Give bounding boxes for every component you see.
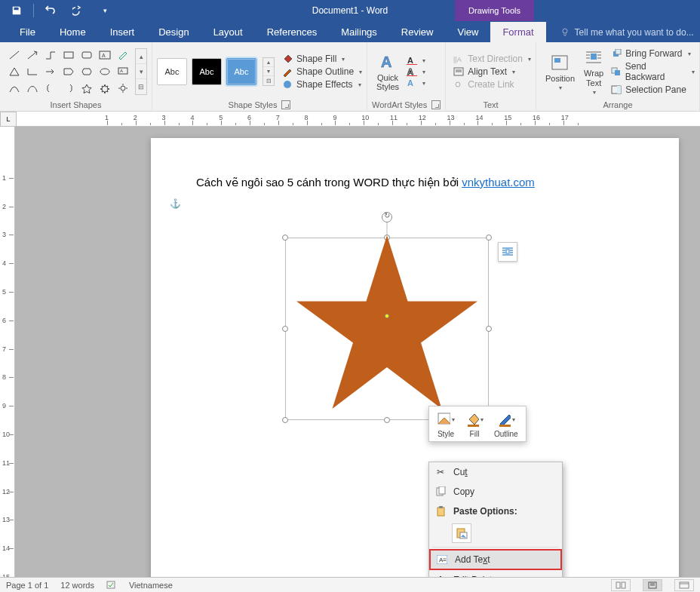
shape-textbox-icon[interactable]: A <box>97 48 113 63</box>
svg-point-10 <box>121 86 125 90</box>
shape-sun-icon[interactable] <box>115 81 131 96</box>
shape-selection[interactable] <box>285 238 489 420</box>
shape-freeform-icon[interactable] <box>24 81 41 96</box>
tab-view[interactable]: View <box>445 22 490 42</box>
shape-outline-button[interactable]: Shape Outline▾ <box>282 66 362 77</box>
redo-button[interactable] <box>67 1 88 20</box>
selection-pane-button[interactable]: Selection Pane <box>611 84 695 95</box>
resize-handle[interactable] <box>486 326 492 332</box>
shape-star2-icon[interactable] <box>97 81 113 96</box>
mini-outline-button[interactable]: ▾ Outline <box>494 411 518 438</box>
document-text[interactable]: Cách vẽ ngôi sao 5 cánh trong WORD thực … <box>196 176 634 189</box>
shape-curve-icon[interactable] <box>6 81 23 96</box>
resize-handle[interactable] <box>486 235 492 241</box>
undo-button[interactable] <box>40 1 61 20</box>
contextual-tab-label: Drawing Tools <box>455 0 534 21</box>
shape-oval-icon[interactable] <box>97 64 113 79</box>
shape-line-icon[interactable] <box>6 48 23 63</box>
text-effects-button[interactable]: A▾ <box>407 78 425 87</box>
document-link[interactable]: vnkythuat.com <box>462 176 535 189</box>
view-read-mode[interactable] <box>611 579 631 591</box>
tab-references[interactable]: References <box>255 22 329 42</box>
shape-arrow2-icon[interactable] <box>42 64 59 79</box>
style-swatch-2[interactable]: Abc <box>192 58 222 85</box>
tell-me-search[interactable]: Tell me what you want to do... <box>561 23 694 42</box>
document-workspace[interactable]: 123456789101112131415 Cách vẽ ngôi sao 5… <box>0 127 700 577</box>
shape-callout-icon[interactable]: A <box>115 64 131 79</box>
star-shape[interactable] <box>289 230 485 421</box>
svg-line-2 <box>28 52 36 59</box>
quick-styles-button[interactable]: A Quick Styles <box>372 52 404 91</box>
position-button[interactable]: Position▾ <box>541 53 579 91</box>
send-backward-button[interactable]: Send Backward▾ <box>611 61 695 82</box>
shape-hexagon-icon[interactable] <box>78 64 95 79</box>
wrap-text-button[interactable]: Wrap Text▾ <box>579 48 608 95</box>
style-swatch-3[interactable]: Abc <box>226 58 256 85</box>
tab-design[interactable]: Design <box>146 22 201 42</box>
mini-fill-button[interactable]: ▾ Fill <box>465 411 484 438</box>
tab-format[interactable]: Format <box>490 22 545 42</box>
proofing-icon[interactable] <box>106 580 117 590</box>
dialog-launcher-icon[interactable] <box>281 100 290 109</box>
shape-elbow-icon[interactable] <box>42 48 59 63</box>
layout-options-button[interactable] <box>498 242 517 262</box>
page[interactable]: Cách vẽ ngôi sao 5 cánh trong WORD thực … <box>151 138 679 592</box>
tab-file[interactable]: File <box>8 22 48 42</box>
create-link-button[interactable]: Create Link <box>453 79 531 90</box>
save-button[interactable] <box>6 1 27 20</box>
style-swatch-1[interactable]: Abc <box>157 58 187 85</box>
status-page[interactable]: Page 1 of 1 <box>6 581 48 590</box>
tab-mailings[interactable]: Mailings <box>329 22 389 42</box>
shape-style-gallery[interactable]: Abc Abc Abc ▴▾⊟ <box>157 57 275 86</box>
send-backward-icon <box>611 67 622 76</box>
ctx-add-text[interactable]: A≡Add Text <box>429 549 562 570</box>
status-language[interactable]: Vietnamese <box>129 581 173 590</box>
shape-brace2-icon[interactable] <box>60 81 77 96</box>
ctx-copy[interactable]: Copy <box>429 482 562 502</box>
rotate-handle[interactable] <box>382 212 392 222</box>
shape-roundrect-icon[interactable] <box>78 48 95 63</box>
tab-review[interactable]: Review <box>389 22 446 42</box>
shape-brace-icon[interactable] <box>42 81 59 96</box>
shape-effects-button[interactable]: Shape Effects▾ <box>282 79 362 90</box>
tab-layout[interactable]: Layout <box>201 22 255 42</box>
shape-star-icon[interactable] <box>78 81 95 96</box>
view-web-layout[interactable] <box>674 579 694 591</box>
tab-home[interactable]: Home <box>48 22 98 42</box>
resize-handle[interactable] <box>282 417 288 423</box>
shape-arrow-icon[interactable] <box>24 48 41 63</box>
text-fill-button[interactable]: A▾ <box>407 56 425 65</box>
ctx-cut[interactable]: ✂Cut <box>429 462 562 482</box>
shapes-gallery[interactable]: A A <box>5 46 133 97</box>
shape-rect-icon[interactable] <box>60 48 77 63</box>
adjust-handle[interactable] <box>385 314 389 318</box>
shape-triangle-icon[interactable] <box>6 64 23 79</box>
style-gallery-scroll[interactable]: ▴▾⊟ <box>262 57 275 86</box>
paste-picture-button[interactable] <box>452 523 471 543</box>
status-words[interactable]: 12 words <box>60 581 94 590</box>
svg-text:A: A <box>407 56 413 65</box>
shape-edit-icon[interactable] <box>115 48 131 63</box>
vertical-ruler[interactable]: 123456789101112131415 <box>0 127 15 577</box>
qat-customize[interactable]: ▾ <box>94 1 115 20</box>
quick-access-toolbar: ▾ <box>0 1 115 20</box>
svg-rect-14 <box>407 64 417 65</box>
tab-insert[interactable]: Insert <box>98 22 147 42</box>
ruler-corner[interactable]: L <box>0 112 17 127</box>
text-outline-icon: A <box>407 67 417 76</box>
view-print-layout[interactable] <box>643 579 662 591</box>
resize-handle[interactable] <box>282 235 288 241</box>
mini-style-button[interactable]: ▾ Style <box>437 411 455 438</box>
text-outline-button[interactable]: A▾ <box>407 67 425 76</box>
dialog-launcher-icon[interactable] <box>431 100 441 109</box>
shape-elbow2-icon[interactable] <box>24 64 41 79</box>
bring-forward-button[interactable]: Bring Forward▾ <box>611 48 695 59</box>
shapes-gallery-scroll[interactable]: ▴▾⊟ <box>135 48 147 95</box>
shape-pentagon-icon[interactable] <box>60 64 77 79</box>
resize-handle[interactable] <box>282 326 288 332</box>
shape-fill-button[interactable]: Shape Fill▾ <box>282 54 362 64</box>
text-direction-button[interactable]: ||AText Direction▾ <box>453 54 531 64</box>
svg-point-0 <box>563 29 567 33</box>
align-text-button[interactable]: Align Text▾ <box>453 66 531 77</box>
horizontal-ruler[interactable]: 1234567891011121314151617 <box>17 112 700 127</box>
